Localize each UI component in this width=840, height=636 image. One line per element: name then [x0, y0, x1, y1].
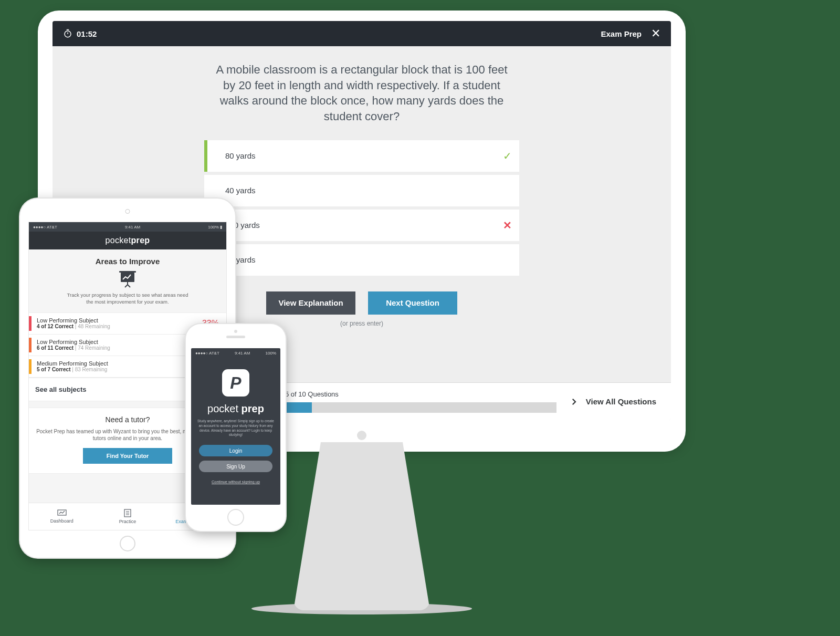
answer-option[interactable]: 120 yards ✕ [204, 210, 519, 241]
app-title-bar: pocket prep [29, 232, 226, 249]
monitor-stand [293, 442, 430, 610]
next-question-button[interactable]: Next Question [368, 291, 457, 315]
continue-without-signup-link[interactable]: Continue without signing up [212, 479, 260, 484]
question-text: A mobile classroom is a rectangular bloc… [209, 62, 514, 124]
status-battery: 100% [266, 351, 276, 356]
stopwatch-icon [63, 29, 72, 38]
check-icon: ✓ [495, 150, 519, 162]
exam-topbar: 01:52 Exam Prep ✕ [52, 21, 671, 46]
monitor-camera [357, 431, 366, 440]
status-battery: 100% [208, 225, 218, 230]
iphone-speaker [226, 336, 245, 338]
view-all-label: View All Questions [586, 397, 656, 406]
timer-value: 01:52 [77, 29, 97, 38]
section-title: Areas to Improve [29, 257, 226, 266]
answer-label: 60 yards [207, 255, 495, 264]
login-button[interactable]: Login [199, 445, 272, 456]
statusbar: ●●●●○ AT&T 9:41 AM 100% ▮ [29, 222, 226, 232]
tab-practice[interactable]: Practice [94, 503, 160, 530]
header-label: Exam Prep [601, 29, 642, 38]
answer-label: 40 yards [207, 186, 495, 195]
view-all-questions-button[interactable]: View All Questions [569, 395, 656, 408]
ipad-home-button[interactable] [120, 536, 135, 551]
answer-list: 80 yards ✓ 40 yards 120 yards ✕ [204, 140, 519, 276]
tagline: Study anywhere, anytime! Simply sign up … [196, 419, 275, 437]
dashboard-icon [57, 509, 67, 517]
status-carrier: ●●●●○ AT&T [195, 351, 219, 356]
status-time: 9:41 AM [235, 351, 250, 356]
close-icon[interactable]: ✕ [651, 27, 660, 40]
answer-option[interactable]: 80 yards ✓ [204, 140, 519, 172]
tab-dashboard[interactable]: Dashboard [29, 503, 94, 530]
timer: 01:52 [63, 29, 97, 38]
find-tutor-button[interactable]: Find Your Tutor [83, 448, 172, 464]
iphone-camera [234, 330, 237, 333]
presentation-icon [118, 271, 137, 288]
x-icon: ✕ [495, 219, 519, 232]
svg-rect-2 [119, 271, 136, 273]
subject-name: Low Performing Subject [37, 317, 202, 324]
view-explanation-button[interactable]: View Explanation [266, 291, 355, 315]
status-time: 9:41 AM [125, 225, 140, 230]
iphone-home-button[interactable] [227, 509, 244, 526]
app-logo: P [222, 369, 249, 397]
brand-text: pocket prep [207, 403, 264, 415]
iphone-device: ●●●●○ AT&T 9:41 AM 100% P pocket prep St… [186, 324, 286, 531]
signup-button[interactable]: Sign Up [199, 461, 272, 472]
section-subtitle: Track your progress by subject to see wh… [65, 292, 191, 306]
answer-option[interactable]: 60 yards [204, 244, 519, 276]
practice-icon [123, 509, 132, 517]
app-title-light: pocket [106, 236, 131, 245]
answer-option[interactable]: 40 yards [204, 175, 519, 206]
status-carrier: ●●●●○ AT&T [33, 225, 57, 230]
statusbar: ●●●●○ AT&T 9:41 AM 100% [191, 348, 280, 358]
ipad-camera [125, 209, 130, 214]
answer-label: 80 yards [207, 151, 495, 160]
answer-label: 120 yards [207, 221, 495, 230]
app-title-bold: prep [131, 236, 150, 245]
svg-rect-1 [121, 273, 134, 282]
chevron-right-icon [569, 395, 579, 408]
iphone-screen: ●●●●○ AT&T 9:41 AM 100% P pocket prep St… [191, 348, 280, 505]
